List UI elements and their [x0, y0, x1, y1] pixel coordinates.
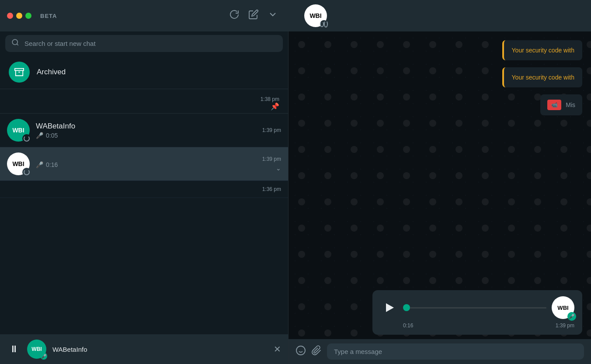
pinned-time: 1:38 pm	[0, 92, 288, 102]
chat-info-wabetainfo2: 🎤 0:16	[36, 160, 256, 168]
header-avatar-label: WBI	[309, 12, 321, 19]
titlebar-icons	[229, 9, 278, 22]
mic-icon-2: 🎤	[36, 161, 43, 168]
chat-preview-2: 🎤 0:16	[36, 161, 256, 168]
audio-timestamp: 1:39 pm	[556, 322, 574, 329]
chevron-down-icon: ⌄	[276, 165, 281, 172]
close-window-button[interactable]	[7, 13, 13, 19]
minimize-window-button[interactable]	[16, 13, 22, 19]
security-message-1: Your security code with	[502, 40, 582, 60]
archived-label: Archived	[37, 68, 66, 76]
chat-item-wabetainfo1[interactable]: WBI WABetaInfo 🎤 0:05 1:39 pm	[0, 114, 288, 147]
titlebar-right: WBI	[296, 4, 584, 27]
chat-time-2: 1:39 pm	[262, 156, 281, 162]
chevron-down-icon[interactable]	[268, 9, 278, 22]
main-content: Archived 1:38 pm 📌 WBI	[0, 31, 591, 364]
emoji-button[interactable]	[296, 345, 306, 358]
chat-preview-text-2: 0:16	[46, 161, 58, 168]
video-bubble: 📹 Mis	[540, 94, 582, 115]
spinner-ring	[24, 135, 30, 142]
svg-line-1	[17, 44, 18, 45]
video-text: Mis	[566, 101, 575, 108]
pin-icon: 📌	[0, 102, 288, 111]
bottom-avatar: WBI 🎤	[27, 340, 46, 359]
header-avatar[interactable]: WBI	[304, 4, 327, 27]
chat-time: 1:39 pm	[262, 127, 281, 133]
audio-footer: 0:16 1:39 pm	[380, 322, 574, 329]
search-input[interactable]	[24, 40, 277, 47]
message-input[interactable]	[327, 343, 584, 360]
avatar-wabetainfo1: WBI	[7, 119, 30, 142]
avatar-status-badge	[320, 20, 328, 28]
audio-avatar-mic-icon: 🎤	[567, 312, 576, 321]
search-input-wrap[interactable]	[5, 35, 283, 52]
chat-list: Archived 1:38 pm 📌 WBI	[0, 55, 288, 334]
titlebar: BETA WBI	[0, 0, 591, 31]
audio-avatar: WBI 🎤	[552, 296, 574, 319]
pinned-area: 1:38 pm 📌	[0, 89, 288, 114]
security-message-text-1: Your security code with	[512, 47, 574, 54]
security-message-text-2: Your security code with	[512, 74, 574, 81]
svg-point-4	[296, 346, 305, 355]
sidebar: Archived 1:38 pm 📌 WBI	[0, 31, 289, 364]
archived-row[interactable]: Archived	[0, 55, 288, 89]
video-icon: 📹	[547, 100, 561, 110]
archived-icon	[9, 62, 30, 83]
search-icon	[11, 38, 19, 49]
chat-preview-text: 0:05	[46, 132, 58, 139]
audio-controls: WBI 🎤	[380, 296, 574, 319]
audio-avatar-label: WBI	[557, 305, 568, 311]
bottom-bar: ⏸ WBI 🎤 WABetaInfo ✕	[0, 334, 288, 364]
pause-button[interactable]: ⏸	[7, 343, 21, 355]
avatar-corner	[22, 134, 31, 143]
progress-dot	[403, 304, 410, 311]
chat-name: WABetaInfo	[36, 122, 256, 131]
svg-point-0	[12, 39, 17, 45]
avatar-label: WBI	[12, 127, 24, 134]
chat-area: Your security code with Your security co…	[289, 31, 591, 364]
titlebar-left: BETA	[7, 9, 296, 22]
chat-info-wabetainfo1: WABetaInfo 🎤 0:05	[36, 122, 256, 139]
bottom-mic-badge: 🎤	[40, 353, 47, 360]
spinner-ring-2	[24, 169, 30, 175]
audio-player: WBI 🎤 0:16 1:39 pm	[372, 290, 582, 335]
refresh-icon[interactable]	[229, 9, 240, 22]
chat-meta-row4: 1:36 pm	[262, 186, 281, 192]
audio-progress[interactable]	[403, 304, 546, 311]
compose-icon[interactable]	[248, 9, 259, 22]
chat-meta: 1:39 pm	[262, 127, 281, 133]
audio-duration: 0:16	[403, 322, 413, 329]
progress-line	[410, 307, 546, 309]
search-bar	[0, 31, 288, 55]
app-title: BETA	[40, 13, 57, 19]
chat-preview: 🎤 0:05	[36, 132, 256, 139]
avatar-corner-2	[22, 168, 31, 177]
mic-icon: 🎤	[36, 132, 43, 139]
play-button[interactable]	[380, 299, 398, 316]
bottom-contact-name: WABetaInfo	[52, 346, 268, 353]
chat-meta-2: 1:39 pm ⌄	[262, 156, 281, 172]
avatar-wabetainfo2: WBI	[7, 153, 30, 175]
chat-time-row4: 1:36 pm	[262, 186, 281, 192]
attachment-button[interactable]	[311, 345, 322, 358]
close-playback-button[interactable]: ✕	[274, 344, 281, 354]
bottom-avatar-label: WBI	[31, 346, 42, 352]
chat-item-row4[interactable]: 1:36 pm	[0, 181, 288, 198]
maximize-window-button[interactable]	[25, 13, 31, 19]
chat-messages: Your security code with Your security co…	[289, 31, 591, 290]
security-message-2: Your security code with	[502, 67, 582, 87]
chat-item-wabetainfo2[interactable]: WBI 🎤 0:16 1:39 pm ⌄	[0, 147, 288, 181]
svg-rect-2	[15, 69, 24, 71]
avatar-label: WBI	[12, 160, 24, 167]
play-triangle-icon	[386, 303, 394, 312]
spinner-ring	[320, 21, 324, 27]
traffic-lights	[7, 13, 31, 19]
chat-input-area	[289, 339, 591, 364]
